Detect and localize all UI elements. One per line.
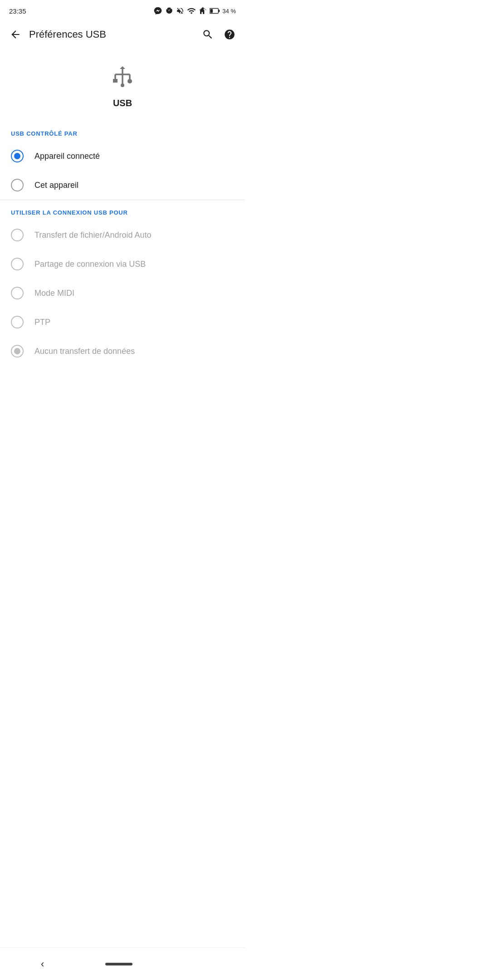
- battery-percent: 34 %: [222, 8, 236, 15]
- section2-header: UTILISER LA CONNEXION USB POUR: [0, 200, 245, 220]
- alarm-icon: [165, 7, 173, 15]
- usb-label: USB: [113, 98, 132, 108]
- page-title: Préférences USB: [29, 29, 198, 40]
- usb-icon: [109, 65, 136, 93]
- help-button[interactable]: [220, 24, 240, 44]
- status-time: 23:35: [9, 7, 26, 15]
- option-file-transfer[interactable]: Transfert de fichier/Android Auto: [0, 220, 245, 250]
- app-bar: Préférences USB: [0, 20, 245, 49]
- wifi-icon: [187, 6, 196, 15]
- label-ptp: PTP: [34, 318, 50, 327]
- section1: USB CONTRÔLÉ PAR Appareil connecté Cet a…: [0, 121, 245, 200]
- status-bar: 23:35 34 %: [0, 0, 245, 20]
- label-file-transfer: Transfert de fichier/Android Auto: [34, 230, 151, 240]
- option-connected-device[interactable]: Appareil connecté: [0, 142, 245, 171]
- label-midi: Mode MIDI: [34, 289, 74, 298]
- svg-rect-2: [211, 9, 213, 13]
- label-connected-device: Appareil connecté: [34, 152, 100, 161]
- option-usb-tethering[interactable]: Partage de connexion via USB: [0, 250, 245, 279]
- mute-icon: [176, 7, 184, 15]
- radio-this-device[interactable]: [11, 179, 24, 191]
- status-icons: 34 %: [153, 6, 236, 15]
- radio-usb-tethering[interactable]: [11, 258, 24, 270]
- usb-header: USB: [0, 49, 245, 121]
- svg-marker-9: [120, 66, 125, 69]
- svg-rect-7: [113, 79, 118, 83]
- radio-connected-device[interactable]: [11, 150, 24, 162]
- signal-icon: [199, 7, 207, 15]
- radio-no-transfer[interactable]: [11, 345, 24, 358]
- option-this-device[interactable]: Cet appareil: [0, 171, 245, 200]
- radio-ptp[interactable]: [11, 316, 24, 328]
- label-this-device: Cet appareil: [34, 181, 78, 190]
- search-button[interactable]: [198, 24, 218, 44]
- svg-rect-1: [219, 10, 220, 12]
- radio-midi[interactable]: [11, 287, 24, 299]
- radio-file-transfer[interactable]: [11, 229, 24, 241]
- back-button[interactable]: [5, 24, 25, 44]
- section1-header: USB CONTRÔLÉ PAR: [0, 121, 245, 142]
- option-no-transfer[interactable]: Aucun transfert de données: [0, 337, 245, 366]
- svg-point-8: [127, 79, 132, 83]
- section2: UTILISER LA CONNEXION USB POUR Transfert…: [0, 200, 245, 366]
- svg-point-10: [121, 83, 124, 87]
- battery-icon: [210, 7, 220, 15]
- option-midi[interactable]: Mode MIDI: [0, 279, 245, 308]
- label-usb-tethering: Partage de connexion via USB: [34, 260, 146, 269]
- label-no-transfer: Aucun transfert de données: [34, 347, 135, 356]
- option-ptp[interactable]: PTP: [0, 308, 245, 337]
- messenger-icon: [153, 6, 162, 15]
- app-bar-actions: [198, 24, 240, 44]
